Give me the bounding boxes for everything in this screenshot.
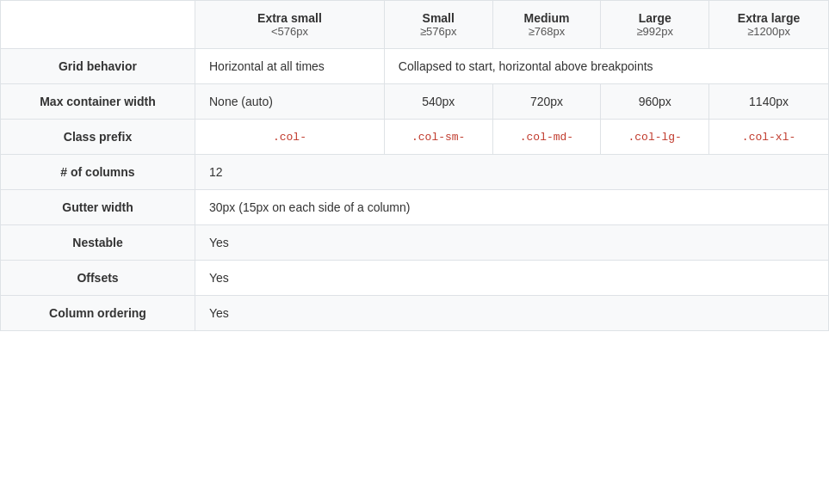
num-columns-value: 12 <box>195 155 829 190</box>
header-large: Large ≥992px <box>601 1 709 49</box>
class-prefix-xs: .col- <box>195 120 385 155</box>
grid-behavior-sm-xl: Collapsed to start, horizontal above bre… <box>384 49 828 84</box>
header-extra-small: Extra small <576px <box>195 1 385 49</box>
table-row: Class prefix .col- .col-sm- .col-md- .co… <box>1 120 829 155</box>
max-width-sm: 540px <box>384 84 492 120</box>
table-row: Grid behavior Horizontal at all times Co… <box>1 49 829 84</box>
grid-behavior-xs: Horizontal at all times <box>195 49 385 84</box>
row-label-offsets: Offsets <box>1 261 195 296</box>
table-row: Max container width None (auto) 540px 72… <box>1 84 829 120</box>
nestable-value: Yes <box>195 225 829 261</box>
class-prefix-xl: .col-xl- <box>709 120 829 155</box>
table-row: Offsets Yes <box>1 261 829 296</box>
row-label-column-ordering: Column ordering <box>1 296 195 331</box>
max-width-lg: 960px <box>601 84 709 120</box>
table-row: Gutter width 30px (15px on each side of … <box>1 190 829 225</box>
class-prefix-lg: .col-lg- <box>601 120 709 155</box>
header-extra-large: Extra large ≥1200px <box>709 1 829 49</box>
offsets-value: Yes <box>195 261 829 296</box>
column-ordering-value: Yes <box>195 296 829 331</box>
table-row: # of columns 12 <box>1 155 829 190</box>
max-width-xl: 1140px <box>709 84 829 120</box>
header-small: Small ≥576px <box>384 1 492 49</box>
header-medium: Medium ≥768px <box>492 1 601 49</box>
max-width-md: 720px <box>492 84 601 120</box>
row-label-grid-behavior: Grid behavior <box>1 49 195 84</box>
table-row: Nestable Yes <box>1 225 829 261</box>
row-label-gutter-width: Gutter width <box>1 190 195 225</box>
table-row: Column ordering Yes <box>1 296 829 331</box>
max-width-xs: None (auto) <box>195 84 385 120</box>
class-prefix-sm: .col-sm- <box>384 120 492 155</box>
row-label-num-columns: # of columns <box>1 155 195 190</box>
class-prefix-md: .col-md- <box>492 120 601 155</box>
row-label-nestable: Nestable <box>1 225 195 261</box>
gutter-width-value: 30px (15px on each side of a column) <box>195 190 829 225</box>
row-label-max-container-width: Max container width <box>1 84 195 120</box>
bootstrap-grid-table: Extra small <576px Small ≥576px Medium ≥… <box>0 0 829 331</box>
row-label-class-prefix: Class prefix <box>1 120 195 155</box>
header-empty <box>1 1 195 49</box>
